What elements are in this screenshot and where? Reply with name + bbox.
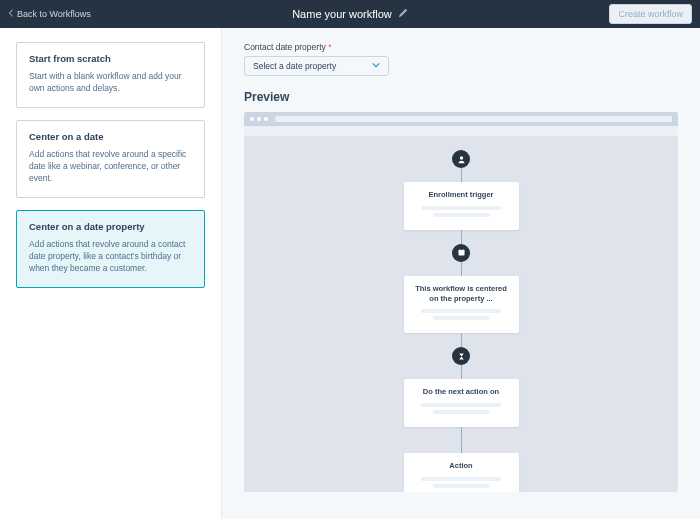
- skeleton-line: [421, 206, 502, 210]
- template-sidebar: Start from scratch Start with a blank wo…: [0, 28, 222, 519]
- connector-line: [461, 230, 462, 244]
- required-mark: *: [328, 42, 331, 52]
- date-property-select[interactable]: Select a date property: [244, 56, 389, 76]
- workflow-canvas: Enrollment trigger This workflow is cent…: [244, 136, 678, 492]
- preview-window: Enrollment trigger This workflow is cent…: [244, 112, 678, 492]
- svg-rect-2: [458, 251, 464, 253]
- node-centered-property: This workflow is centered on the propert…: [404, 276, 519, 334]
- back-label: Back to Workflows: [17, 9, 91, 19]
- node-title: Enrollment trigger: [414, 190, 509, 200]
- select-placeholder: Select a date property: [253, 61, 336, 71]
- property-label: Contact date property *: [244, 42, 678, 52]
- window-dot-icon: [264, 117, 268, 121]
- preview-heading: Preview: [244, 90, 678, 104]
- node-enrollment-trigger: Enrollment trigger: [404, 182, 519, 230]
- chevron-left-icon: [8, 9, 14, 19]
- skeleton-line: [433, 484, 490, 488]
- svg-rect-3: [459, 249, 460, 251]
- content: Start from scratch Start with a blank wo…: [0, 28, 700, 519]
- card-title: Start from scratch: [29, 53, 192, 64]
- calendar-icon: [452, 244, 470, 262]
- hourglass-icon: [452, 347, 470, 365]
- node-title: Action: [414, 461, 509, 471]
- connector-line: [461, 168, 462, 182]
- window-dot-icon: [257, 117, 261, 121]
- card-desc: Add actions that revolve around a specif…: [29, 148, 192, 185]
- skeleton-line: [433, 213, 490, 217]
- window-dot-icon: [250, 117, 254, 121]
- edit-title-icon[interactable]: [398, 8, 408, 20]
- create-workflow-button[interactable]: Create workflow: [609, 4, 692, 24]
- property-label-text: Contact date property: [244, 42, 326, 52]
- back-link[interactable]: Back to Workflows: [8, 9, 91, 19]
- node-title: Do the next action on: [414, 387, 509, 397]
- top-bar: Back to Workflows Name your workflow Cre…: [0, 0, 700, 28]
- skeleton-line: [433, 316, 490, 320]
- svg-point-0: [459, 156, 462, 159]
- node-delay: Do the next action on: [404, 379, 519, 427]
- connector-line: [461, 333, 462, 347]
- template-card-start-from-scratch[interactable]: Start from scratch Start with a blank wo…: [16, 42, 205, 108]
- skeleton-line: [421, 309, 502, 313]
- window-subbar: [244, 126, 678, 136]
- address-bar-placeholder: [275, 116, 672, 122]
- card-desc: Add actions that revolve around a contac…: [29, 238, 192, 275]
- skeleton-line: [433, 410, 490, 414]
- node-title: This workflow is centered on the propert…: [414, 284, 509, 304]
- skeleton-line: [421, 403, 502, 407]
- window-bar: [244, 112, 678, 126]
- template-card-center-on-date-property[interactable]: Center on a date property Add actions th…: [16, 210, 205, 288]
- page-title: Name your workflow: [292, 8, 392, 20]
- connector-line: [461, 262, 462, 276]
- node-action: Action: [404, 453, 519, 492]
- card-title: Center on a date property: [29, 221, 192, 232]
- connector-line: [461, 365, 462, 379]
- user-icon: [452, 150, 470, 168]
- chevron-down-icon: [372, 61, 380, 71]
- connector-line: [461, 427, 462, 453]
- svg-rect-4: [462, 249, 463, 251]
- card-desc: Start with a blank workflow and add your…: [29, 70, 192, 95]
- card-title: Center on a date: [29, 131, 192, 142]
- title-wrap: Name your workflow: [0, 8, 700, 20]
- template-card-center-on-date[interactable]: Center on a date Add actions that revolv…: [16, 120, 205, 198]
- right-panel: Contact date property * Select a date pr…: [222, 28, 700, 519]
- skeleton-line: [421, 477, 502, 481]
